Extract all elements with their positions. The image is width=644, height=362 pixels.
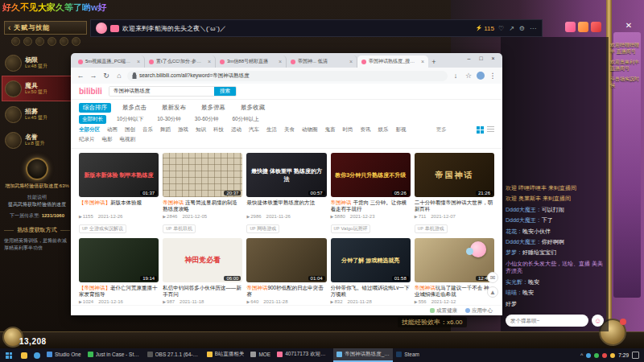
tray-icon[interactable]: [610, 353, 615, 358]
site-search-button[interactable]: 搜索: [214, 87, 236, 96]
site-search-input[interactable]: [109, 87, 214, 96]
tray-icon[interactable]: [602, 353, 607, 358]
video-title[interactable]: 帝国神话 干货向 三分钟。让你横着走有手就行: [331, 200, 411, 212]
category-filter[interactable]: 音乐: [142, 126, 153, 134]
chat-username[interactable]: 梦梦: [506, 249, 522, 255]
chat-input[interactable]: [506, 315, 588, 327]
video-thumbnail[interactable]: 19:14: [79, 238, 159, 282]
video-title[interactable]: 帝国神话900秒低配的日志申突击赛: [246, 285, 326, 298]
new-tab-button[interactable]: +: [428, 58, 440, 66]
list-view-icon[interactable]: [487, 126, 494, 134]
game-tab-icon[interactable]: [60, 37, 68, 46]
taskbar-item[interactable]: 40717173 欢迎来到...: [274, 348, 333, 362]
footer-link-appcenter[interactable]: 应用中心: [465, 307, 493, 315]
back-to-top-button[interactable]: ▲: [487, 286, 498, 298]
gift-banner-icon[interactable]: [565, 22, 576, 32]
video-title[interactable]: 私信中钓回答多小伙伴历这——新手百问: [163, 285, 242, 298]
video-title[interactable]: 最快捷体铁重甲熟练度的方法: [246, 200, 326, 212]
sort-tab[interactable]: 最多点击: [118, 103, 151, 113]
duration-filter[interactable]: 10-30分钟: [154, 115, 184, 124]
category-filter[interactable]: 时尚: [343, 126, 353, 134]
category-filter[interactable]: 鬼畜: [325, 126, 336, 134]
category-filter[interactable]: 知识: [196, 126, 206, 134]
settings-icon[interactable]: ⚙: [518, 25, 526, 32]
taskbar-item[interactable]: 帝国神话熟练度_搜索结果...: [333, 348, 393, 362]
streamer-avatar[interactable]: [96, 23, 107, 34]
game-menu-item[interactable]: 杨限Lv.48 提升: [2, 50, 72, 76]
video-thumbnail[interactable]: 神田党必看 06:00: [163, 238, 242, 282]
download-icon[interactable]: ↓: [451, 72, 460, 80]
duration-filter[interactable]: 60分钟以上: [229, 115, 262, 124]
chat-username[interactable]: Dddd大魔王: [506, 239, 542, 245]
category-filter[interactable]: 动画: [107, 126, 118, 134]
video-uploader-tag[interactable]: 网络游戏: [246, 224, 279, 233]
video-thumbnail[interactable]: 最快捷 体铁重甲 熟练度的方法 00:57: [246, 153, 326, 197]
tab-close-icon[interactable]: ×: [137, 59, 140, 64]
chat-username[interactable]: 实光辉: [506, 279, 528, 285]
game-tab-icon[interactable]: [72, 37, 80, 46]
taskbar-clock[interactable]: 7:29: [618, 352, 629, 358]
category-filter[interactable]: 电视剧: [120, 136, 136, 143]
sort-tab[interactable]: 最多收藏: [237, 103, 269, 113]
chat-username[interactable]: 花花: [506, 228, 522, 234]
gift-banner-icon[interactable]: [591, 22, 601, 32]
video-card[interactable]: 分钟了解 游戏精选就亮 01:58 分钟带你飞。错过哦诉说悔Lv一下万顷粮 ▶8…: [331, 238, 411, 315]
category-filter[interactable]: 全部分区: [79, 126, 100, 134]
tray-icon[interactable]: [586, 353, 591, 358]
game-tab-icon[interactable]: [23, 37, 32, 46]
tray-expand-icon[interactable]: ^: [580, 352, 583, 358]
tab-close-icon[interactable]: ×: [208, 59, 211, 64]
tray-icon[interactable]: [594, 353, 599, 358]
more-icon[interactable]: ⋯: [529, 25, 537, 32]
chat-username[interactable]: 喵喵: [506, 290, 522, 295]
category-filter[interactable]: 舞蹈: [160, 126, 171, 134]
video-card[interactable]: 神田党必看 06:00 私信中钓回答多小伙伴历这——新手百问 ▶987 2021…: [163, 238, 242, 315]
video-uploader-tag[interactable]: 单机游戏: [415, 224, 448, 233]
video-card[interactable]: 教你3分钟只升熟练度不升级 05:26 帝国神话 干货向 三分钟。让你横着走有手…: [331, 153, 411, 233]
browser-tab[interactable]: 5m视频直播_PC端游社区 ×: [74, 56, 145, 68]
refresh-button[interactable]: ↻: [101, 72, 111, 80]
browser-tab[interactable]: 3m信88号精彩直播 ×: [216, 56, 287, 68]
browser-tab[interactable]: 置t了么CC!加分·参与侦信 ×: [145, 56, 216, 68]
taskbar-item[interactable]: Just in Case - Stevie...: [85, 348, 144, 362]
game-tab-icon[interactable]: [11, 37, 20, 46]
game-menu-item[interactable]: 招募Lv.45 提升: [2, 101, 72, 127]
more-categories-link[interactable]: 更多: [436, 126, 447, 134]
category-filter[interactable]: 国创: [125, 126, 135, 134]
chat-username[interactable]: Dddd大魔王: [506, 207, 542, 212]
video-thumbnail[interactable]: 教你3分钟只升熟练度不升级 05:26: [331, 153, 411, 197]
video-title[interactable]: 【帝国神话】老仆亡河荒原重播十家发育指导: [79, 285, 159, 298]
close-window-icon[interactable]: ✕: [623, 21, 634, 30]
video-thumbnail[interactable]: 帝国神话 21:26: [415, 153, 494, 197]
category-filter[interactable]: 电影: [102, 136, 113, 143]
grid-view-icon[interactable]: [477, 126, 484, 134]
video-card[interactable]: 01:04 帝国神话900秒低配的日志申突击赛 ▶640 2021-11-28 …: [246, 238, 326, 315]
customer-service-button[interactable]: ✉: [487, 272, 498, 283]
emoji-button[interactable]: ☺: [592, 315, 604, 327]
video-title[interactable]: 分钟带你飞。错过哦诉说悔Lv一下万顷粮: [331, 285, 411, 298]
video-thumbnail[interactable]: 新版本新体验 制甲本熟练度 01:37: [79, 153, 159, 197]
chat-username[interactable]: Dddd大魔王: [506, 217, 542, 223]
minimize-icon[interactable]: –: [463, 53, 475, 64]
sort-tab[interactable]: 最多弹幕: [197, 103, 229, 113]
bilibili-logo[interactable]: bilibili: [79, 87, 102, 96]
browser-menu-icon[interactable]: ⋮: [488, 72, 497, 80]
pinned-browser-icon[interactable]: [31, 348, 43, 362]
game-tab-icon[interactable]: [35, 37, 44, 46]
sort-tab[interactable]: 综合排序: [79, 103, 111, 113]
tab-close-icon[interactable]: ×: [421, 59, 424, 64]
share-icon[interactable]: ↗: [508, 25, 515, 32]
category-filter[interactable]: 娱乐: [378, 126, 389, 134]
like-icon[interactable]: ♡: [497, 25, 505, 32]
video-uploader-tag[interactable]: 全游戏实况解说: [79, 224, 126, 233]
taskbar-item[interactable]: Studio One: [43, 348, 85, 362]
video-card[interactable]: 帝国神话 21:26 二十分钟看懂帝国神话大世界，萌新百科 ▶711 2021-…: [415, 153, 494, 233]
browser-tab[interactable]: 帝国神话熟练度_搜索结果_哔哩哔... ×: [357, 56, 428, 68]
category-filter[interactable]: 运动: [231, 126, 242, 134]
taskbar-item[interactable]: B站直播相关: [204, 348, 248, 362]
tab-close-icon[interactable]: ×: [279, 59, 282, 64]
footer-link-health[interactable]: 成置健康: [430, 307, 457, 315]
category-filter[interactable]: 汽车: [249, 126, 259, 134]
video-uploader-tag[interactable]: Valgo玩测评: [331, 224, 371, 233]
duration-filter[interactable]: 30-60分钟: [192, 115, 222, 124]
